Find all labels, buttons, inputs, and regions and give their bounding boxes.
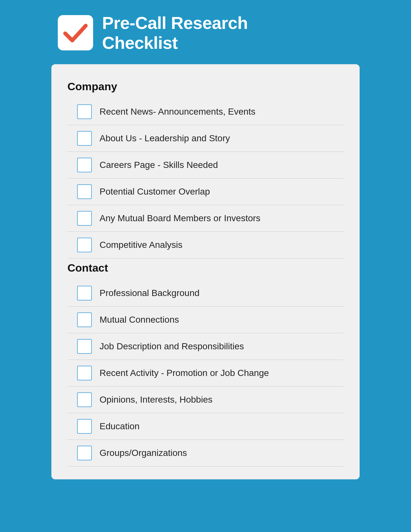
header-title: Pre-Call Research Checklist (102, 13, 248, 53)
list-item: Professional Background (67, 280, 344, 307)
checkbox[interactable] (77, 446, 92, 460)
list-item: Potential Customer Overlap (67, 179, 344, 205)
checkmark-icon (63, 20, 88, 46)
item-label: Opinions, Interests, Hobbies (100, 395, 213, 405)
checkbox[interactable] (77, 158, 92, 172)
company-checklist: Recent News- Announcements, Events About… (67, 99, 344, 258)
item-label: Education (100, 421, 140, 432)
header-icon-wrapper (58, 15, 93, 50)
checkbox[interactable] (77, 312, 92, 327)
item-label: Competitive Analysis (100, 240, 182, 250)
list-item: About Us - Leadership and Story (67, 125, 344, 152)
checkbox[interactable] (77, 339, 92, 354)
item-label: About Us - Leadership and Story (100, 133, 230, 144)
list-item: Opinions, Interests, Hobbies (67, 387, 344, 413)
item-label: Job Description and Responsibilities (100, 341, 244, 352)
contact-section-title: Contact (67, 262, 344, 274)
list-item: Careers Page - Skills Needed (67, 152, 344, 179)
checkbox[interactable] (77, 211, 92, 226)
checkbox[interactable] (77, 392, 92, 407)
list-item: Recent News- Announcements, Events (67, 99, 344, 125)
list-item: Recent Activity - Promotion or Job Chang… (67, 360, 344, 387)
checkbox[interactable] (77, 184, 92, 199)
checkbox[interactable] (77, 419, 92, 434)
item-label: Potential Customer Overlap (100, 187, 210, 197)
checkbox[interactable] (77, 104, 92, 119)
item-label: Careers Page - Skills Needed (100, 160, 218, 170)
list-item: Any Mutual Board Members or Investors (67, 205, 344, 232)
company-section-title: Company (67, 80, 344, 93)
item-label: Professional Background (100, 288, 199, 298)
list-item: Job Description and Responsibilities (67, 333, 344, 360)
item-label: Any Mutual Board Members or Investors (100, 213, 260, 223)
item-label: Recent News- Announcements, Events (100, 107, 256, 117)
list-item: Competitive Analysis (67, 232, 344, 258)
page-container: Pre-Call Research Checklist Company Rece… (51, 13, 360, 479)
list-item: Education (67, 413, 344, 440)
list-item: Groups/Organizations (67, 440, 344, 467)
checkbox[interactable] (77, 131, 92, 146)
item-label: Groups/Organizations (100, 448, 187, 458)
item-label: Mutual Connections (100, 315, 179, 325)
header: Pre-Call Research Checklist (51, 13, 360, 53)
contact-section: Contact Professional Background Mutual C… (67, 262, 344, 467)
company-section: Company Recent News- Announcements, Even… (67, 80, 344, 258)
checklist-card: Company Recent News- Announcements, Even… (51, 64, 360, 479)
checkbox[interactable] (77, 286, 92, 301)
item-label: Recent Activity - Promotion or Job Chang… (100, 368, 269, 378)
checkbox[interactable] (77, 366, 92, 380)
checkbox[interactable] (77, 238, 92, 252)
list-item: Mutual Connections (67, 307, 344, 333)
contact-checklist: Professional Background Mutual Connectio… (67, 280, 344, 467)
